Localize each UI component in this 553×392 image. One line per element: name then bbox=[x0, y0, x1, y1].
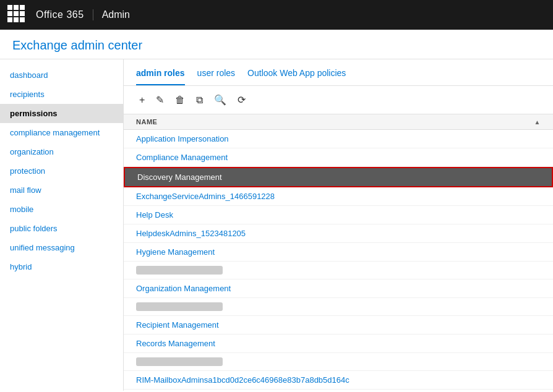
table-row[interactable]: Recipient Management bbox=[124, 316, 553, 334]
waffle-icon[interactable] bbox=[7, 5, 27, 25]
page-title-bar: Exchange admin center bbox=[0, 30, 553, 59]
table-row[interactable]: ExchangeServiceAdmins_1466591228 bbox=[124, 187, 553, 206]
table-row[interactable]: HelpdeskAdmins_1523481205 bbox=[124, 224, 553, 243]
office365-label: Office 365 bbox=[36, 9, 93, 20]
row-label: ExchangeServiceAdmins_1466591228 bbox=[136, 192, 275, 201]
sidebar: dashboard recipients permissions complia… bbox=[0, 59, 124, 391]
table-row-blurred[interactable] bbox=[124, 353, 553, 371]
row-label bbox=[136, 357, 223, 366]
sidebar-item-recipients[interactable]: recipients bbox=[0, 85, 123, 104]
row-label: Help Desk bbox=[136, 210, 173, 219]
row-label: Compliance Management bbox=[136, 153, 228, 162]
page-title: Exchange admin center bbox=[12, 38, 541, 53]
add-button[interactable]: + bbox=[136, 93, 148, 108]
table-header: NAME ▲ bbox=[124, 114, 553, 130]
search-button[interactable]: 🔍 bbox=[211, 92, 229, 108]
tabs: admin roles user roles Outlook Web App p… bbox=[124, 59, 553, 86]
sidebar-item-organization[interactable]: organization bbox=[0, 142, 123, 161]
table-row[interactable]: Records Management bbox=[124, 334, 553, 353]
table-row[interactable]: Help Desk bbox=[124, 206, 553, 224]
admin-label: Admin bbox=[102, 9, 130, 20]
layout: dashboard recipients permissions complia… bbox=[0, 59, 553, 391]
sidebar-item-mail-flow[interactable]: mail flow bbox=[0, 181, 123, 200]
sidebar-item-public-folders[interactable]: public folders bbox=[0, 219, 123, 238]
table-row[interactable]: Hygiene Management bbox=[124, 243, 553, 262]
table-row[interactable]: Organization Management bbox=[124, 279, 553, 298]
sidebar-item-protection[interactable]: protection bbox=[0, 161, 123, 181]
table-container: NAME ▲ Application Impersonation Complia… bbox=[124, 114, 553, 391]
table-row[interactable]: Application Impersonation bbox=[124, 130, 553, 148]
row-label: Discovery Management bbox=[137, 173, 222, 182]
tab-user-roles[interactable]: user roles bbox=[197, 68, 235, 85]
tab-outlook-web-app-policies[interactable]: Outlook Web App policies bbox=[247, 68, 346, 85]
row-label: Records Management bbox=[136, 339, 215, 348]
row-label: RIM-MailboxAdminsa1bcd0d2ce6c46968e83b7a… bbox=[136, 375, 349, 385]
table-row-blurred[interactable] bbox=[124, 298, 553, 316]
table-row-blurred[interactable] bbox=[124, 262, 553, 279]
row-label: Recipient Management bbox=[136, 320, 219, 330]
sidebar-item-compliance-management[interactable]: compliance management bbox=[0, 123, 123, 142]
edit-button[interactable]: ✎ bbox=[153, 92, 167, 108]
row-label bbox=[136, 266, 223, 275]
table-row[interactable]: Compliance Management bbox=[124, 148, 553, 167]
toolbar: + ✎ 🗑 ⧉ 🔍 ⟳ bbox=[124, 86, 553, 114]
table-row[interactable]: RIM-MailboxAdminsa1bcd0d2ce6c46968e83b7a… bbox=[124, 371, 553, 390]
row-label: Hygiene Management bbox=[136, 247, 215, 257]
table-row[interactable]: Security Administrator bbox=[124, 390, 553, 391]
sidebar-item-permissions[interactable]: permissions bbox=[0, 104, 123, 123]
sidebar-item-dashboard[interactable]: dashboard bbox=[0, 66, 123, 85]
table-row-selected[interactable]: Discovery Management bbox=[124, 167, 553, 187]
row-label: Application Impersonation bbox=[136, 134, 229, 143]
top-bar: Office 365 Admin bbox=[0, 0, 553, 30]
delete-button[interactable]: 🗑 bbox=[172, 93, 188, 108]
copy-button[interactable]: ⧉ bbox=[193, 93, 206, 108]
column-name-header: NAME bbox=[136, 118, 534, 126]
row-label: HelpdeskAdmins_1523481205 bbox=[136, 229, 246, 238]
refresh-button[interactable]: ⟳ bbox=[234, 92, 249, 108]
sidebar-item-hybrid[interactable]: hybrid bbox=[0, 257, 123, 276]
row-label: Organization Management bbox=[136, 284, 231, 293]
sidebar-item-mobile[interactable]: mobile bbox=[0, 200, 123, 219]
sidebar-item-unified-messaging[interactable]: unified messaging bbox=[0, 238, 123, 257]
row-label bbox=[136, 302, 223, 311]
tab-admin-roles[interactable]: admin roles bbox=[136, 68, 185, 85]
sort-indicator: ▲ bbox=[534, 119, 541, 126]
main-content: admin roles user roles Outlook Web App p… bbox=[124, 59, 553, 391]
